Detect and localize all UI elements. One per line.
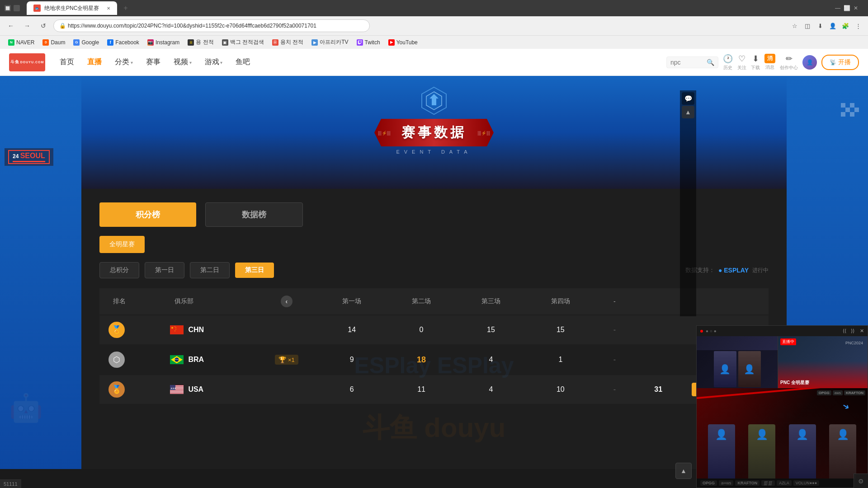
- refresh-button[interactable]: ↺: [37, 19, 50, 32]
- bookmarks-bar: N NAVER D Daum G Google f Facebook 📷 Ins…: [0, 35, 868, 49]
- bookmark-daum[interactable]: D Daum: [39, 38, 69, 47]
- fp-close-icon[interactable]: ✕: [860, 328, 864, 334]
- m4-score-2: 1: [558, 356, 562, 363]
- sponsor-opgg: OPGG: [817, 390, 831, 395]
- svg-rect-30: [170, 392, 184, 393]
- back-button[interactable]: ←: [5, 19, 17, 32]
- watermark: 斗鱼 douyu: [363, 410, 506, 446]
- fp-prev-icon[interactable]: ⟨⟨: [843, 328, 846, 334]
- bookmark-yongji[interactable]: 용 용치 전적: [269, 37, 307, 47]
- svg-rect-10: [850, 112, 854, 117]
- scroll-up-btn[interactable]: ▲: [675, 463, 692, 479]
- download-btn[interactable]: ⬇ 下载: [751, 54, 760, 71]
- search-input[interactable]: [670, 59, 707, 66]
- bookmark-google[interactable]: G Google: [70, 38, 103, 47]
- nav-category[interactable]: 分类: [109, 55, 138, 70]
- th-nav-arrow[interactable]: ‹: [256, 288, 317, 314]
- scoreboard-tab[interactable]: 积分榜: [99, 202, 196, 227]
- bookmark-baekg[interactable]: ▣ 백그 전적검색: [218, 37, 268, 47]
- nav-video[interactable]: 视频: [168, 55, 197, 70]
- extension-icon[interactable]: 🧩: [840, 20, 851, 31]
- sidebar-scroll-up-icon[interactable]: ▲: [682, 106, 694, 118]
- bookmark-google-label: Google: [81, 39, 99, 46]
- bookmark-facebook-label: Facebook: [115, 39, 139, 46]
- afreeca-favicon: ▶: [311, 39, 318, 46]
- fp-thumb-title: PNC 全明星赛: [780, 380, 809, 386]
- tab-total[interactable]: 总积分: [99, 262, 139, 278]
- svg-rect-31: [170, 393, 184, 394]
- all-stars-filter-btn[interactable]: 全明星赛: [99, 236, 145, 253]
- sb-extra2: VOLUN●●●: [793, 480, 819, 486]
- m3-cell-1: 15: [456, 315, 526, 344]
- bookmark-facebook[interactable]: f Facebook: [104, 38, 143, 47]
- profile-icon[interactable]: 👤: [827, 20, 838, 31]
- fp-thumb-left[interactable]: 👤 👤: [697, 336, 778, 388]
- minimize-btn[interactable]: —: [835, 5, 841, 11]
- nav-forum[interactable]: 鱼吧: [230, 55, 255, 70]
- bookmark-yongji-label: 용치 전적: [280, 38, 303, 46]
- user-avatar[interactable]: 👤: [802, 55, 817, 70]
- tab-close-btn[interactable]: ✕: [107, 6, 110, 11]
- m1-score-1: 14: [348, 326, 356, 333]
- esplay-extra: 进行中: [752, 267, 769, 274]
- team-name-3: USA: [188, 385, 203, 394]
- fp-thumb-right[interactable]: 直播中 PNC2024 PNC 全明星赛: [778, 336, 868, 388]
- m2-cell-1: 0: [387, 315, 456, 344]
- m1-score-3: 6: [350, 385, 354, 393]
- nav-live[interactable]: 直播: [82, 55, 107, 70]
- bookmark-naver[interactable]: N NAVER: [5, 38, 38, 47]
- th-match1: 第一场: [317, 288, 387, 314]
- bookmark-naver-label: NAVER: [16, 39, 34, 46]
- m3-score-1: 15: [487, 326, 495, 333]
- bookmark-youtube[interactable]: ▶ YouTube: [385, 38, 421, 47]
- databoard-tab[interactable]: 数据榜: [205, 202, 303, 227]
- table-nav-left-btn[interactable]: ‹: [281, 296, 292, 307]
- bookmark-instagram[interactable]: 📷 Instagram: [144, 38, 183, 47]
- team-cell-3: ★★★ USA: [165, 375, 256, 404]
- follow-btn[interactable]: ♡ 关注: [737, 54, 746, 71]
- nav-home[interactable]: 首页: [54, 55, 80, 70]
- download-label: 下载: [751, 65, 760, 71]
- logo-img: 斗鱼 DOUYU.COM: [9, 53, 45, 71]
- bookmark-afreeca[interactable]: ▶ 아프리카TV: [308, 37, 352, 47]
- fp-main-video[interactable]: ➔ 👤 👤 👤 👤 OPGG aws KRAFTON: [697, 388, 868, 479]
- sidebar-chat-icon[interactable]: 💬: [682, 92, 694, 105]
- history-btn[interactable]: 🕐 历史: [723, 54, 733, 71]
- view-icon[interactable]: ◫: [802, 20, 813, 31]
- left-decoration: 24 SEOUL 🤖: [0, 76, 81, 469]
- nav-esports[interactable]: 赛事: [141, 55, 166, 70]
- site-logo[interactable]: 斗鱼 DOUYU.COM: [9, 53, 45, 71]
- start-live-button[interactable]: 📡 开播: [821, 55, 859, 70]
- nav-games[interactable]: 游戏: [199, 55, 228, 70]
- svg-text:★★★: ★★★: [170, 387, 176, 389]
- menu-icon[interactable]: ⋮: [853, 20, 863, 31]
- maximize-btn[interactable]: ⬜: [844, 5, 850, 11]
- search-bar[interactable]: 🔍: [666, 56, 718, 68]
- active-tab[interactable]: 🐟 绝地求生PNC全明星赛 ✕: [27, 1, 117, 15]
- bookmark-twitch[interactable]: Twitch: [353, 38, 384, 47]
- bookmark-yong-label: 용 전적: [196, 38, 213, 46]
- seoul-badge: 24 SEOUL: [5, 148, 53, 166]
- rank-medal-bronze: 🏅: [108, 381, 125, 398]
- close-btn[interactable]: ✕: [853, 5, 859, 11]
- fp-next-icon[interactable]: ⟩⟩: [851, 328, 854, 334]
- tab-day1[interactable]: 第一日: [145, 262, 184, 278]
- creator-btn[interactable]: ✏ 创作中心: [780, 54, 798, 71]
- bookmark-yong[interactable]: 용 용 전적: [184, 37, 217, 47]
- forward-button[interactable]: →: [21, 19, 33, 32]
- message-btn[interactable]: 消 消息: [764, 54, 775, 70]
- site-header: 斗鱼 DOUYU.COM 首页 直播 分类 赛事 视频 游戏 鱼吧 🔍 🕐 历史…: [0, 49, 868, 76]
- search-icon[interactable]: 🔍: [707, 59, 714, 66]
- rank-cell-1: 🏅: [99, 315, 165, 344]
- tab-day2[interactable]: 第二日: [190, 262, 230, 278]
- bookmark-daum-label: Daum: [51, 39, 65, 46]
- star-icon[interactable]: ☆: [789, 20, 800, 31]
- fp-host-1: 👤: [708, 424, 735, 479]
- tab-favicon: 🐟: [33, 5, 41, 12]
- settings-btn[interactable]: ⚙: [854, 474, 868, 488]
- tab-day3[interactable]: 第三日: [235, 263, 274, 278]
- new-tab-btn[interactable]: +: [119, 2, 132, 14]
- floating-player: ● ○ ● ⟨⟨ ⟩⟩ ✕ 👤 👤 直播中 PNC2024 PNC 全明星赛: [696, 325, 868, 488]
- address-bar[interactable]: 🔒 https://www.douyu.com/topic/2024PNC?ri…: [53, 19, 370, 32]
- download-icon[interactable]: ⬇: [815, 20, 826, 31]
